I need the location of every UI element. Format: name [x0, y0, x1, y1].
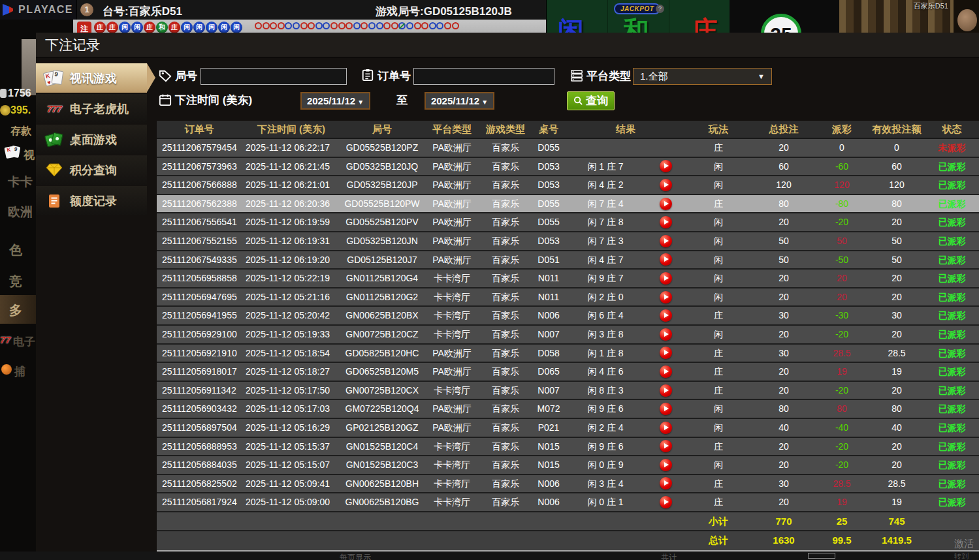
table-row[interactable]: 2511120675668882025-11-12 06:21:01GD0532…: [157, 176, 979, 195]
replay-button[interactable]: [660, 309, 672, 322]
nav-item-quota-records[interactable]: 额度记录: [36, 186, 147, 215]
bead-road-marker: 庄: [169, 22, 180, 33]
cell-valid-bet: 19: [869, 493, 925, 511]
result-text: 闲 1 庄 7: [567, 158, 644, 176]
cell-bet-time: 2025-11-12 06:21:45: [242, 158, 341, 176]
search-button[interactable]: 查询: [567, 91, 615, 110]
cell-payout: 19: [815, 493, 869, 511]
nav-item-table-games[interactable]: 桌面游戏: [36, 125, 147, 154]
cell-platform: 卡卡湾厅: [423, 307, 481, 324]
platform-list-icon: [570, 69, 583, 82]
replay-button[interactable]: [660, 291, 672, 303]
clipboard-icon: [361, 69, 374, 82]
cell-round-id: GN00725B120CX: [341, 382, 423, 399]
replay-button[interactable]: [660, 253, 672, 266]
cell-order: 251112056884035: [157, 456, 242, 474]
cell-bet-time: 2025-11-12 05:16:29: [242, 419, 341, 437]
table-row[interactable]: 2511120675521552025-11-12 06:19:31GD0532…: [157, 232, 979, 251]
table-row[interactable]: 2511120568889532025-11-12 05:15:37GN0152…: [157, 438, 979, 457]
playace-logo-text: PLAYACE: [18, 4, 73, 16]
table-row[interactable]: 2511120569113422025-11-12 05:17:50GN0072…: [157, 382, 979, 401]
cell-bet-time: 2025-11-12 06:21:01: [242, 176, 341, 194]
table-row[interactable]: 2511120568255022025-11-12 05:09:41GN0062…: [157, 475, 979, 494]
cell-play-type: 闲: [684, 419, 752, 437]
cell-platform: PA欧洲厅: [423, 195, 481, 213]
replay-button[interactable]: [660, 216, 672, 228]
table-row[interactable]: 2511120675493352025-11-12 06:19:20GD0512…: [157, 251, 979, 270]
replay-button[interactable]: [660, 440, 672, 452]
cell-valid-bet: 20: [869, 456, 925, 474]
cell-valid-bet: 60: [869, 158, 925, 176]
nav-item-points-query[interactable]: 积分查询: [36, 155, 147, 185]
order-filter-label: 订单号: [377, 69, 411, 84]
cell-result: 闲 9 庄 6: [567, 400, 684, 418]
replay-button[interactable]: [660, 496, 672, 508]
platform-select[interactable]: 1.全部 ▼: [633, 68, 772, 85]
table-row[interactable]: 2511120569034322025-11-12 05:17:03GM0722…: [157, 400, 979, 419]
table-row[interactable]: 2511120568179242025-11-12 05:09:00GN0062…: [157, 493, 979, 512]
bead-road-marker: 闲: [218, 22, 230, 33]
table-row[interactable]: 2511120568975042025-11-12 05:16:29GP0212…: [157, 419, 979, 438]
replay-button[interactable]: [660, 366, 672, 378]
table-row[interactable]: 2511120569180172025-11-12 05:18:27GD0652…: [157, 363, 979, 382]
cell-play-type: 庄: [684, 195, 752, 213]
nav-item-label: 积分查询: [70, 163, 117, 178]
cell-result: 闲 7 庄 8: [567, 213, 684, 231]
table-row[interactable]: 2511120569291002025-11-12 05:19:33GN0072…: [157, 326, 979, 345]
cell-game-type: 百家乐: [481, 176, 530, 194]
big-road-marker: [361, 22, 368, 29]
cell-total-bet: 60: [752, 158, 815, 176]
replay-button[interactable]: [660, 347, 672, 359]
cell-order: 251112067566888: [157, 176, 242, 194]
order-filter-input[interactable]: [413, 68, 554, 85]
cell-status: 已派彩: [925, 232, 979, 250]
replay-button[interactable]: [660, 160, 672, 172]
result-text: 闲 4 庄 6: [567, 363, 644, 381]
replay-button[interactable]: [660, 328, 672, 341]
bead-road-marker: 闲: [181, 22, 193, 33]
replay-button[interactable]: [660, 403, 672, 415]
big-road-marker: [429, 22, 436, 29]
cell-total-bet: 80: [752, 195, 815, 213]
date-from-select[interactable]: 2025/11/12▼: [300, 92, 370, 110]
nav-item-video-games[interactable]: K♥9视讯游戏: [36, 63, 147, 93]
cell-order: 251112056888953: [157, 438, 242, 456]
result-text: 闲 9 庄 6: [567, 400, 644, 418]
replay-button[interactable]: [660, 384, 672, 397]
cell-bet-time: 2025-11-12 05:20:42: [242, 307, 341, 324]
big-road-marker: [383, 22, 391, 29]
nav-item-slots[interactable]: 777电子老虎机: [36, 94, 147, 123]
cell-round-id: GN00625B120BX: [341, 307, 423, 324]
replay-button[interactable]: [660, 477, 672, 490]
table-row[interactable]: 2511120675739632025-11-12 06:21:45GD0532…: [157, 158, 979, 177]
date-to-select[interactable]: 2025/11/12▼: [425, 92, 494, 110]
replay-button[interactable]: [660, 235, 672, 247]
table-row[interactable]: 2511120675565412025-11-12 06:19:59GD0552…: [157, 213, 979, 232]
replay-button[interactable]: [660, 422, 672, 434]
table-row[interactable]: 2511120568840352025-11-12 05:15:07GN0152…: [157, 456, 979, 475]
big-road-marker: [452, 22, 459, 29]
table-row[interactable]: 2511120569219102025-11-12 05:18:54GD0582…: [157, 345, 979, 364]
round-filter-input[interactable]: [201, 68, 347, 85]
bead-road-marker: 闲: [119, 22, 131, 33]
replay-button[interactable]: [660, 272, 672, 285]
cell-round-id: GP02125B120GZ: [341, 419, 423, 437]
table-row[interactable]: 2511120675794542025-11-12 06:22:17GD0552…: [157, 139, 979, 158]
replay-button[interactable]: [660, 459, 672, 471]
table-row[interactable]: 2511120569588582025-11-12 05:22:19GN0112…: [157, 270, 979, 288]
replay-button[interactable]: [660, 198, 672, 210]
table-row[interactable]: 2511120675623882025-11-12 06:20:36GD0552…: [157, 195, 979, 214]
lobby-fragment-label: 多: [9, 302, 22, 319]
nav-item-label: 电子老虎机: [70, 101, 129, 117]
modal-nav: K♥9视讯游戏777电子老虎机桌面游戏积分查询额度记录: [36, 63, 147, 217]
cell-payout: -30: [815, 307, 869, 324]
big-road-marker: [338, 22, 345, 29]
grand-total-row: 总计 1630 99.5 1419.5: [157, 531, 979, 550]
replay-button[interactable]: [660, 179, 672, 191]
table-row[interactable]: 2511120569419552025-11-12 05:20:42GN0062…: [157, 307, 979, 326]
cell-bet-time: 2025-11-12 06:22:17: [242, 139, 341, 157]
cell-round-id: GD05325B120JP: [341, 176, 423, 194]
big-road-marker: [255, 22, 262, 29]
jackpot-help-icon[interactable]: ?: [656, 5, 664, 13]
table-row[interactable]: 2511120569476952025-11-12 05:21:16GN0112…: [157, 288, 979, 307]
